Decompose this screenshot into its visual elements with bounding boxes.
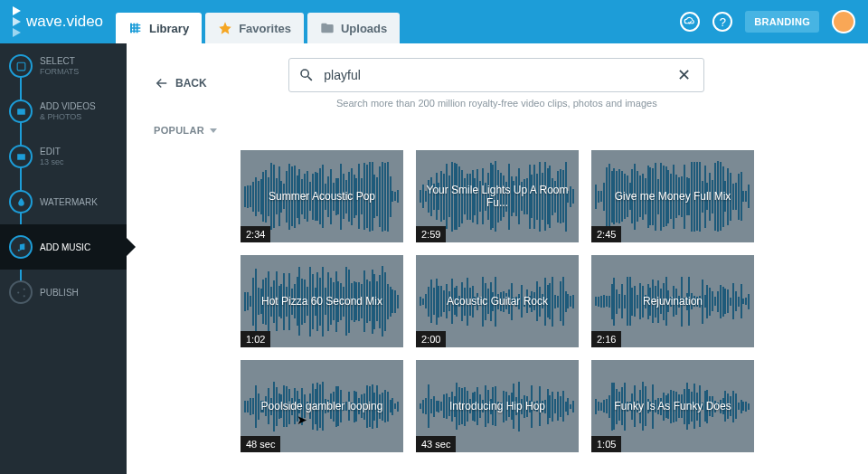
svg-point-7 [23, 288, 24, 289]
tab-uploads[interactable]: Uploads [307, 13, 400, 43]
svg-point-6 [23, 248, 24, 250]
sidebar-item-edit[interactable]: EDIT13 sec [0, 134, 127, 179]
edit-icon [9, 145, 33, 168]
tab-library[interactable]: Library [116, 13, 202, 43]
music-icon [9, 235, 33, 259]
drop-icon [9, 190, 33, 213]
search-icon [298, 67, 315, 83]
top-bar: wave.video LibraryFavoritesUploads ? BRA… [0, 0, 868, 43]
track-card[interactable]: Summer Acoustic Pop2:34 [241, 150, 403, 242]
track-duration: 1:02 [241, 331, 270, 347]
track-card[interactable]: Funky Is As Funky Does1:05 [591, 360, 754, 452]
chevron-down-icon [210, 128, 217, 133]
sidebar-item-formats[interactable]: SELECTFORMATS [0, 43, 127, 89]
svg-rect-0 [130, 24, 132, 33]
sidebar-item-music[interactable]: ADD MUSIC [0, 224, 127, 270]
share-icon [9, 280, 33, 304]
sidebar-item-drop[interactable]: WATERMARK [0, 179, 127, 224]
results-grid: Summer Acoustic Pop2:34Your Smile Lights… [127, 143, 868, 470]
track-card[interactable]: Acoustic Guitar Rock2:00 [416, 255, 579, 347]
sidebar-item-media[interactable]: ADD VIDEOS& PHOTOS [0, 89, 127, 134]
track-duration: 43 sec [416, 436, 456, 452]
help-icon[interactable]: ? [712, 12, 732, 32]
clear-search-icon[interactable]: ✕ [674, 65, 694, 85]
cloud-sync-icon[interactable] [680, 12, 700, 32]
sidebar-item-share[interactable]: PUBLISH [0, 270, 127, 315]
track-duration: 2:59 [416, 226, 446, 242]
track-duration: 2:45 [591, 226, 621, 242]
search-input[interactable] [315, 68, 674, 82]
svg-point-5 [17, 249, 19, 251]
svg-point-8 [17, 291, 19, 293]
avatar[interactable] [832, 10, 855, 33]
track-card[interactable]: Rejuvination2:16 [591, 255, 754, 347]
logo[interactable]: wave.video [13, 5, 103, 38]
track-duration: 48 sec [241, 436, 280, 452]
track-card[interactable]: Poolside gambler looping48 sec [241, 360, 403, 452]
back-label: BACK [175, 77, 207, 90]
logo-text: wave.video [26, 13, 103, 31]
top-tabs: LibraryFavoritesUploads [116, 0, 403, 43]
track-card[interactable]: Introducing Hip Hop43 sec [416, 360, 579, 452]
track-duration: 2:34 [241, 226, 270, 242]
sort-dropdown[interactable]: POPULAR [154, 125, 217, 136]
logo-icon [13, 5, 21, 38]
track-card[interactable]: Give me Money Full Mix2:45 [591, 150, 754, 242]
svg-rect-4 [17, 109, 25, 115]
svg-rect-3 [17, 62, 25, 71]
svg-rect-1 [133, 24, 135, 33]
tab-favorites[interactable]: Favorites [205, 13, 304, 43]
sort-label: POPULAR [154, 125, 204, 136]
svg-point-9 [23, 295, 24, 297]
track-duration: 2:16 [591, 331, 621, 347]
search-subtext: Search more than 200 million royalty-fre… [288, 98, 704, 109]
media-icon [9, 100, 33, 123]
track-duration: 2:00 [416, 331, 446, 347]
formats-icon [9, 54, 33, 78]
track-card[interactable]: Hot Pizza 60 Second Mix1:02 [241, 255, 403, 347]
search-box: ✕ [288, 58, 704, 92]
track-card[interactable]: Your Smile Lights Up A Room Fu...2:59 [416, 150, 579, 242]
svg-rect-2 [137, 24, 138, 33]
track-duration: 1:05 [591, 436, 621, 452]
sidebar: SELECTFORMATSADD VIDEOS& PHOTOSEDIT13 se… [0, 43, 127, 474]
branding-button[interactable]: BRANDING [745, 11, 819, 33]
main-content: BACK ✕ Search more than 200 million roya… [127, 43, 868, 474]
back-button[interactable]: BACK [154, 75, 207, 91]
